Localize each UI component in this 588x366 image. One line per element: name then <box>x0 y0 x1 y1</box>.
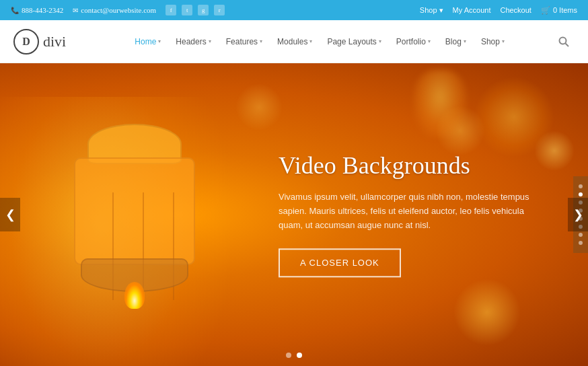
facebook-icon[interactable]: f <box>166 5 176 15</box>
search-button[interactable] <box>553 31 575 52</box>
rss-icon[interactable]: r <box>214 5 225 15</box>
svg-line-1 <box>566 43 569 46</box>
next-slide-button[interactable]: ❯ <box>568 198 588 231</box>
logo-circle: D <box>13 29 39 54</box>
top-bar-right: Shop ▾ My Account Checkout 🛒 0 Items <box>420 6 577 15</box>
side-dot-1[interactable] <box>579 184 583 188</box>
nav-item-blog[interactable]: Blog ▾ <box>439 20 473 63</box>
checkout-link[interactable]: Checkout <box>500 6 531 14</box>
hero-content: Video Backgrounds Vivamus ipsum velit, u… <box>279 151 534 277</box>
logo-text: divi <box>43 33 66 50</box>
bokeh-circle-4 <box>453 279 521 346</box>
hero-section: Video Backgrounds Vivamus ipsum velit, u… <box>0 63 588 366</box>
nav-item-features[interactable]: Features ▾ <box>219 20 269 63</box>
side-dot-7[interactable] <box>579 233 583 237</box>
lantern-illustration <box>67 124 202 312</box>
side-dot-2[interactable] <box>579 192 583 196</box>
social-icons: f t g r <box>166 5 225 15</box>
my-account-link[interactable]: My Account <box>453 6 491 14</box>
top-bar-nav: Shop ▾ My Account Checkout 🛒 0 Items <box>420 6 577 15</box>
nav-item-page-layouts[interactable]: Page Layouts ▾ <box>320 20 388 63</box>
lantern-flame <box>124 282 145 309</box>
bokeh-circle-3 <box>534 131 575 171</box>
svg-point-0 <box>560 37 566 44</box>
twitter-icon[interactable]: t <box>182 5 192 15</box>
logo[interactable]: D divi <box>13 29 66 54</box>
bokeh-lantern-small <box>413 70 467 137</box>
main-nav: Home ▾ Headers ▾ Features ▾ Modules ▾ Pa… <box>86 20 553 63</box>
nav-item-home[interactable]: Home ▾ <box>128 20 168 63</box>
bokeh-circle-5 <box>235 83 283 131</box>
googleplus-icon[interactable]: g <box>198 5 209 15</box>
shop-link[interactable]: Shop ▾ <box>420 6 443 15</box>
cart-bag-icon: 🛒 <box>541 6 550 15</box>
cart-icon[interactable]: 🛒 0 Items <box>541 6 577 15</box>
phone-icon: 📞 <box>11 7 19 14</box>
nav-item-shop[interactable]: Shop ▾ <box>474 20 511 63</box>
side-dot-8[interactable] <box>579 241 583 245</box>
slide-dot-1[interactable] <box>286 353 291 358</box>
hero-dots <box>286 353 302 358</box>
nav-item-modules[interactable]: Modules ▾ <box>270 20 319 63</box>
slide-dot-2[interactable] <box>297 353 302 358</box>
nav-item-headers[interactable]: Headers ▾ <box>169 20 217 63</box>
hero-description: Vivamus ipsum velit, ullamcorper quis ni… <box>279 190 534 232</box>
email-address: ✉ contact@ourwebsite.com <box>73 6 156 14</box>
email-icon: ✉ <box>73 7 78 14</box>
lantern-mid <box>74 157 195 265</box>
hero-title: Video Backgrounds <box>279 151 534 180</box>
nav-bar: D divi Home ▾ Headers ▾ Features ▾ Modul… <box>0 20 588 63</box>
nav-item-portfolio[interactable]: Portfolio ▾ <box>390 20 437 63</box>
top-bar: 📞 888-443-2342 ✉ contact@ourwebsite.com … <box>0 0 588 20</box>
prev-slide-button[interactable]: ❮ <box>0 198 20 231</box>
top-bar-left: 📞 888-443-2342 ✉ contact@ourwebsite.com … <box>11 5 225 15</box>
phone-number: 📞 888-443-2342 <box>11 6 63 14</box>
hero-cta-button[interactable]: A Closer Look <box>279 249 401 278</box>
